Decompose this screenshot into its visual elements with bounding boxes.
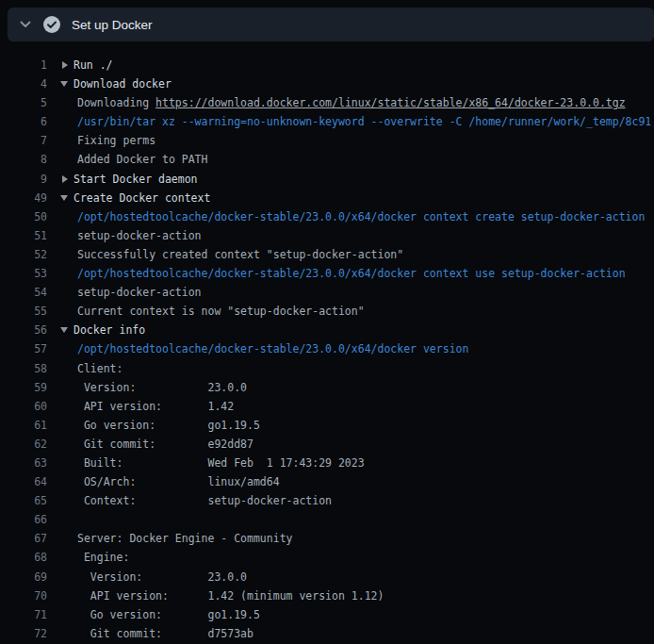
check-circle-icon — [43, 16, 60, 33]
log-row: 61 Go version: go1.19.5 — [0, 416, 654, 435]
log-row: 52Successfully created context "setup-do… — [0, 245, 654, 264]
line-number[interactable]: 54 — [0, 283, 47, 302]
log-group-row[interactable]: 4Download docker — [0, 74, 654, 93]
log-segment-command: /usr/bin/tar xz --warning=no-unknown-key… — [77, 115, 651, 128]
log-segment-plain: Fixing perms — [77, 134, 155, 147]
log-row: 58Client: — [0, 359, 654, 378]
line-number[interactable]: 72 — [0, 624, 47, 643]
log-row: 53/opt/hostedtoolcache/docker-stable/23.… — [0, 264, 654, 283]
line-number[interactable]: 61 — [0, 416, 47, 435]
log-segment-plain: Successfully created context "setup-dock… — [77, 248, 403, 261]
line-number[interactable]: 62 — [0, 435, 47, 454]
log-text: /opt/hostedtoolcache/docker-stable/23.0.… — [74, 207, 645, 226]
triangle-right-icon[interactable] — [62, 61, 68, 69]
log-row: 64 OS/Arch: linux/amd64 — [0, 472, 654, 491]
log-text: Built: Wed Feb 1 17:43:29 2023 — [74, 454, 365, 472]
log-segment-group: Download docker — [74, 77, 172, 91]
group-toggle[interactable] — [47, 81, 74, 87]
log-text: Download docker — [74, 74, 172, 93]
log-link[interactable]: https://download.docker.com/linux/static… — [155, 96, 626, 109]
line-number[interactable]: 70 — [0, 586, 47, 605]
log-row: 69 Version: 23.0.0 — [0, 568, 654, 586]
group-toggle[interactable] — [47, 195, 74, 201]
log-group-row[interactable]: 9Start Docker daemon — [0, 170, 654, 189]
log-text: Added Docker to PATH — [74, 150, 207, 169]
log-segment-plain: setup-docker-action — [77, 286, 202, 299]
line-number[interactable]: 9 — [0, 170, 47, 189]
log-text: Git commit: e92dd87 — [74, 435, 253, 454]
log-row: 65 Context: setup-docker-action — [0, 491, 654, 510]
log-group-row[interactable]: 49Create Docker context — [0, 189, 654, 207]
log-segment-plain: Go version: go1.19.5 — [77, 608, 260, 621]
line-number[interactable]: 57 — [0, 339, 47, 358]
log-row: 70 API version: 1.42 (minimum version 1.… — [0, 586, 654, 605]
log-row: 8Added Docker to PATH — [0, 150, 654, 169]
line-number[interactable]: 67 — [0, 529, 47, 548]
log-segment-plain: Go version: go1.19.5 — [77, 419, 260, 432]
group-toggle[interactable] — [47, 61, 74, 69]
log-text: Fixing perms — [74, 131, 155, 150]
log-segment-plain: OS/Arch: linux/amd64 — [77, 475, 280, 488]
line-number[interactable]: 5 — [0, 93, 47, 112]
log-group-row[interactable]: 1Run ./ — [0, 56, 654, 74]
log-segment-plain: Downloading — [77, 96, 155, 109]
log-row: 6/usr/bin/tar xz --warning=no-unknown-ke… — [0, 112, 654, 131]
log-segment-plain: Context: setup-docker-action — [77, 494, 332, 507]
log-text: Start Docker daemon — [74, 170, 198, 189]
log-segment-command: /opt/hostedtoolcache/docker-stable/23.0.… — [77, 342, 468, 355]
line-number[interactable]: 7 — [0, 131, 47, 150]
line-number[interactable]: 63 — [0, 454, 47, 472]
log-segment-plain: Git commit: d7573ab — [77, 627, 253, 640]
line-number[interactable]: 49 — [0, 189, 47, 207]
log-segment-plain: API version: 1.42 — [77, 400, 234, 413]
line-number[interactable]: 69 — [0, 568, 47, 586]
line-number[interactable]: 52 — [0, 245, 47, 264]
log-segment-group: Run ./ — [74, 58, 113, 72]
log-text: Client: — [74, 359, 123, 378]
triangle-down-icon[interactable] — [60, 81, 68, 87]
log-text: Create Docker context — [74, 189, 210, 207]
line-number[interactable]: 64 — [0, 472, 47, 491]
line-number[interactable]: 56 — [0, 321, 47, 339]
log-segment-plain: Version: 23.0.0 — [77, 381, 247, 394]
line-number[interactable]: 58 — [0, 359, 47, 378]
line-number[interactable]: 4 — [0, 74, 47, 93]
log-row: 7Fixing perms — [0, 131, 654, 150]
line-number[interactable]: 51 — [0, 226, 47, 245]
log-text: /usr/bin/tar xz --warning=no-unknown-key… — [74, 112, 651, 131]
line-number[interactable]: 68 — [0, 548, 47, 567]
log-row: 71 Go version: go1.19.5 — [0, 605, 654, 624]
log-row: 54setup-docker-action — [0, 283, 654, 302]
step-title: Set up Docker — [72, 18, 153, 32]
log-text: setup-docker-action — [74, 283, 202, 302]
log-lines: 1Run ./4Download docker5Downloading http… — [0, 41, 654, 643]
step-header[interactable]: Set up Docker — [8, 8, 654, 41]
group-toggle[interactable] — [47, 175, 74, 183]
log-row: 51setup-docker-action — [0, 226, 654, 245]
group-toggle[interactable] — [47, 327, 74, 333]
line-number[interactable]: 60 — [0, 397, 47, 416]
triangle-right-icon[interactable] — [62, 175, 68, 183]
line-number[interactable]: 65 — [0, 491, 47, 510]
line-number[interactable]: 71 — [0, 605, 47, 624]
log-group-row[interactable]: 56Docker info — [0, 321, 654, 339]
log-row: 55Current context is now "setup-docker-a… — [0, 302, 654, 321]
log-text: Engine: — [74, 548, 129, 567]
line-number[interactable]: 55 — [0, 302, 47, 321]
triangle-down-icon[interactable] — [60, 327, 68, 333]
log-text: Downloading https://download.docker.com/… — [74, 93, 626, 112]
line-number[interactable]: 59 — [0, 378, 47, 397]
log-text: API version: 1.42 — [74, 397, 234, 416]
log-text: OS/Arch: linux/amd64 — [74, 472, 280, 491]
log-text: setup-docker-action — [74, 226, 202, 245]
triangle-down-icon[interactable] — [60, 195, 68, 201]
chevron-down-icon[interactable] — [19, 18, 32, 31]
line-number[interactable]: 66 — [0, 510, 47, 529]
line-number[interactable]: 53 — [0, 264, 47, 283]
line-number[interactable]: 50 — [0, 207, 47, 226]
log-row: 63 Built: Wed Feb 1 17:43:29 2023 — [0, 454, 654, 472]
line-number[interactable]: 6 — [0, 112, 47, 131]
line-number[interactable]: 1 — [0, 56, 47, 74]
log-text: Run ./ — [74, 56, 113, 74]
line-number[interactable]: 8 — [0, 150, 47, 169]
